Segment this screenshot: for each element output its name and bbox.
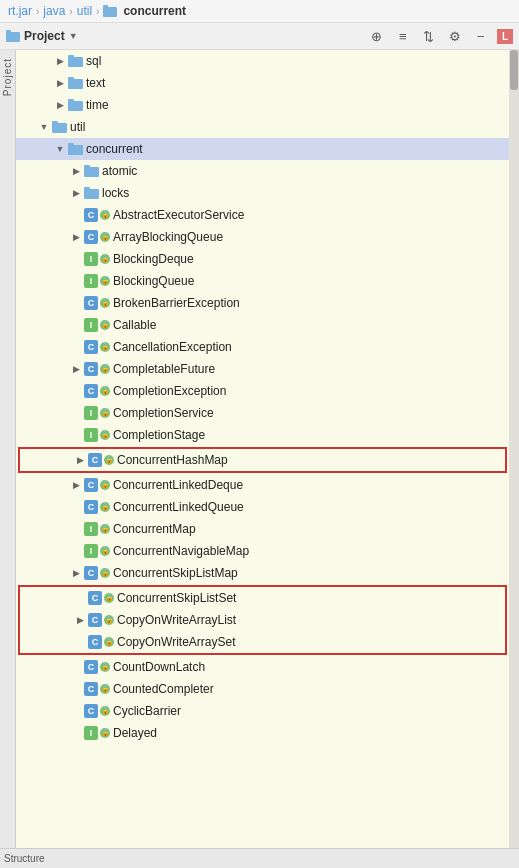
scrollbar[interactable] [509, 50, 519, 848]
item-label-ConcurrentLinkedQueue: ConcurrentLinkedQueue [113, 500, 244, 514]
folder-icon-locks [84, 187, 99, 199]
tree-item-Delayed[interactable]: ▶ I 🔒 Delayed [16, 722, 509, 744]
breadcrumb-item-java[interactable]: java [43, 4, 65, 18]
class-icon-CompletableFuture: C [84, 362, 98, 376]
tree-panel[interactable]: ▶ sql ▶ text ▶ time ▼ util ▼ concurrent [16, 50, 509, 848]
folder-icon-concurrent [68, 143, 83, 155]
svg-rect-3 [6, 30, 11, 33]
tree-item-CancellationException[interactable]: ▶ C 🔒 CancellationException [16, 336, 509, 358]
gear-button[interactable]: ⚙ [445, 26, 465, 46]
tree-item-CompletionStage[interactable]: ▶ I 🔒 CompletionStage [16, 424, 509, 446]
class-icon-CompletionException: C [84, 384, 98, 398]
minus-button[interactable]: − [471, 26, 491, 46]
tree-item-ConcurrentLinkedDeque[interactable]: ▶ C 🔒 ConcurrentLinkedDeque [16, 474, 509, 496]
tab-badge[interactable]: L [497, 29, 513, 44]
list-button[interactable]: ≡ [393, 26, 413, 46]
expand-arrow-ConcurrentHashMap[interactable]: ▶ [72, 452, 88, 468]
class-icon-ConcurrentLinkedQueue: C [84, 500, 98, 514]
lock-badge-CompletionStage: 🔒 [100, 430, 110, 440]
tree-item-CompletionService[interactable]: ▶ I 🔒 CompletionService [16, 402, 509, 424]
lock-badge-CompletionException: 🔒 [100, 386, 110, 396]
svg-rect-12 [68, 145, 83, 155]
folder-icon-toolbar [6, 30, 20, 42]
lock-badge-ConcurrentSkipListSet: 🔒 [104, 593, 114, 603]
tree-item-AbstractExecutorService[interactable]: ▶ C 🔒 AbstractExecutorService [16, 204, 509, 226]
expand-arrow-concurrent[interactable]: ▼ [52, 141, 68, 157]
expand-arrow-atomic[interactable]: ▶ [68, 163, 84, 179]
tree-item-text[interactable]: ▶ text [16, 72, 509, 94]
tree-item-ConcurrentLinkedQueue[interactable]: ▶ C 🔒 ConcurrentLinkedQueue [16, 496, 509, 518]
class-icon-ConcurrentSkipListMap: C [84, 566, 98, 580]
tree-item-atomic[interactable]: ▶ atomic [16, 160, 509, 182]
tree-item-ConcurrentSkipListMap[interactable]: ▶ C 🔒 ConcurrentSkipListMap [16, 562, 509, 584]
class-icon-BlockingDeque: I [84, 252, 98, 266]
svg-rect-16 [84, 189, 99, 199]
svg-rect-8 [68, 101, 83, 111]
expand-arrow-time[interactable]: ▶ [52, 97, 68, 113]
item-label-CountedCompleter: CountedCompleter [113, 682, 214, 696]
lock-badge-ConcurrentNavigableMap: 🔒 [100, 546, 110, 556]
tree-item-CompletableFuture[interactable]: ▶ C 🔒 CompletableFuture [16, 358, 509, 380]
tree-item-ConcurrentMap[interactable]: ▶ I 🔒 ConcurrentMap [16, 518, 509, 540]
tree-item-CopyOnWriteArrayList[interactable]: ▶ C 🔒 CopyOnWriteArrayList [20, 609, 505, 631]
class-icon-CopyOnWriteArrayList: C [88, 613, 102, 627]
structure-bar: Structure [0, 848, 519, 868]
item-label-sql: sql [86, 54, 101, 68]
tree-item-ConcurrentNavigableMap[interactable]: ▶ I 🔒 ConcurrentNavigableMap [16, 540, 509, 562]
lock-badge-CyclicBarrier: 🔒 [100, 706, 110, 716]
expand-arrow-ConcurrentSkipListMap[interactable]: ▶ [68, 565, 84, 581]
tree-item-ConcurrentSkipListSet[interactable]: ▶ C 🔒 ConcurrentSkipListSet [20, 587, 505, 609]
class-icon-ArrayBlockingQueue: C [84, 230, 98, 244]
tree-item-util[interactable]: ▼ util [16, 116, 509, 138]
sort-button[interactable]: ⇅ [419, 26, 439, 46]
tree-item-CountedCompleter[interactable]: ▶ C 🔒 CountedCompleter [16, 678, 509, 700]
class-icon-CountedCompleter: C [84, 682, 98, 696]
svg-rect-17 [84, 187, 90, 190]
tree-item-sql[interactable]: ▶ sql [16, 50, 509, 72]
tree-item-BlockingDeque[interactable]: ▶ I 🔒 BlockingDeque [16, 248, 509, 270]
tree-item-time[interactable]: ▶ time [16, 94, 509, 116]
dropdown-arrow[interactable]: ▼ [69, 31, 78, 41]
tree-item-Callable[interactable]: ▶ I 🔒 Callable [16, 314, 509, 336]
folder-icon-sql [68, 55, 83, 67]
expand-arrow-locks[interactable]: ▶ [68, 185, 84, 201]
lock-badge-BlockingQueue: 🔒 [100, 276, 110, 286]
item-label-ConcurrentMap: ConcurrentMap [113, 522, 196, 536]
tree-item-CompletionException[interactable]: ▶ C 🔒 CompletionException [16, 380, 509, 402]
expand-arrow-CopyOnWriteArrayList[interactable]: ▶ [72, 612, 88, 628]
tree-item-ArrayBlockingQueue[interactable]: ▶ C 🔒 ArrayBlockingQueue [16, 226, 509, 248]
tree-item-BrokenBarrierException[interactable]: ▶ C 🔒 BrokenBarrierException [16, 292, 509, 314]
svg-rect-6 [68, 79, 83, 89]
expand-arrow-util[interactable]: ▼ [36, 119, 52, 135]
tree-item-CyclicBarrier[interactable]: ▶ C 🔒 CyclicBarrier [16, 700, 509, 722]
svg-rect-9 [68, 99, 74, 102]
expand-arrow-ConcurrentLinkedDeque[interactable]: ▶ [68, 477, 84, 493]
svg-rect-2 [6, 32, 20, 42]
globe-button[interactable]: ⊕ [367, 26, 387, 46]
lock-badge-ConcurrentLinkedQueue: 🔒 [100, 502, 110, 512]
tree-item-locks[interactable]: ▶ locks [16, 182, 509, 204]
item-label-CompletionService: CompletionService [113, 406, 214, 420]
breadcrumb-item-concurrent[interactable]: concurrent [123, 4, 186, 18]
svg-rect-4 [68, 57, 83, 67]
expand-arrow-sql[interactable]: ▶ [52, 53, 68, 69]
item-label-BlockingQueue: BlockingQueue [113, 274, 194, 288]
tree-item-ConcurrentHashMap[interactable]: ▶ C 🔒 ConcurrentHashMap [20, 449, 505, 471]
lock-badge-ConcurrentSkipListMap: 🔒 [100, 568, 110, 578]
scrollbar-thumb[interactable] [510, 50, 518, 90]
breadcrumb-item-rtjar[interactable]: rt.jar [8, 4, 32, 18]
folder-icon-util [52, 121, 67, 133]
copy-group-highlight-box: ▶ C 🔒 ConcurrentSkipListSet ▶ C 🔒 CopyOn… [18, 585, 507, 655]
expand-arrow-CompletableFuture[interactable]: ▶ [68, 361, 84, 377]
tree-item-CopyOnWriteArraySet[interactable]: ▶ C 🔒 CopyOnWriteArraySet [20, 631, 505, 653]
lock-badge-ConcurrentLinkedDeque: 🔒 [100, 480, 110, 490]
expand-arrow-ArrayBlockingQueue[interactable]: ▶ [68, 229, 84, 245]
class-icon-ConcurrentMap: I [84, 522, 98, 536]
lock-badge-ConcurrentHashMap: 🔒 [104, 455, 114, 465]
tree-item-BlockingQueue[interactable]: ▶ I 🔒 BlockingQueue [16, 270, 509, 292]
breadcrumb-item-util[interactable]: util [77, 4, 92, 18]
tree-item-concurrent[interactable]: ▼ concurrent [16, 138, 509, 160]
tree-item-CountDownLatch[interactable]: ▶ C 🔒 CountDownLatch [16, 656, 509, 678]
svg-rect-7 [68, 77, 74, 80]
expand-arrow-text[interactable]: ▶ [52, 75, 68, 91]
